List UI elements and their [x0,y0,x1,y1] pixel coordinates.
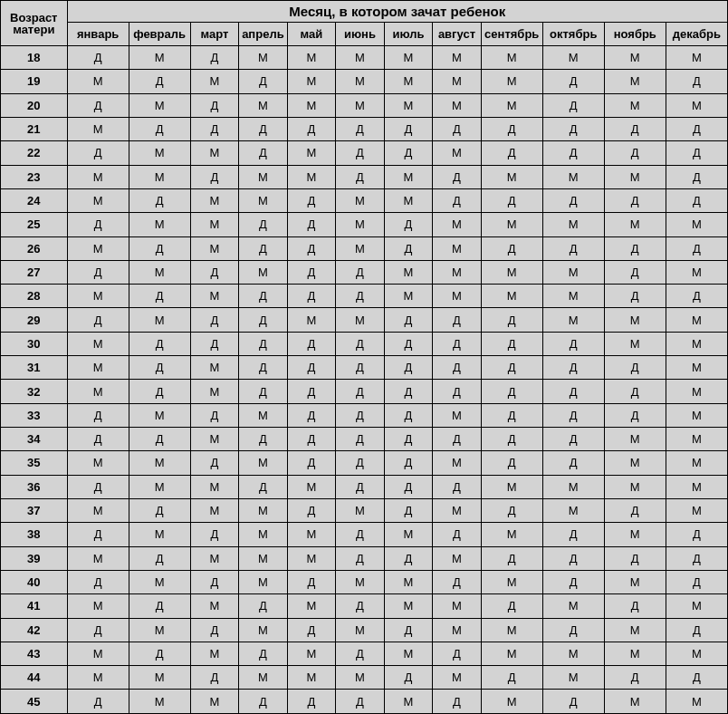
header-month-6: июль [384,23,433,46]
value-cell: Д [336,546,385,570]
value-cell: М [604,428,666,451]
value-cell: Д [287,618,336,642]
value-cell: М [604,475,666,498]
value-cell: М [481,690,542,714]
value-cell: М [666,380,727,403]
value-cell: М [481,165,542,188]
value-cell: М [666,498,727,522]
age-cell: 39 [1,546,68,570]
header-month-0: январь [67,23,129,46]
value-cell: М [666,475,727,498]
value-cell: Д [239,690,288,714]
age-cell: 29 [1,308,68,332]
value-cell: М [481,260,542,284]
value-cell: Д [129,236,190,260]
age-cell: 27 [1,260,68,284]
value-cell: Д [666,666,727,690]
value-cell: Д [384,332,433,355]
value-cell: Д [604,380,666,403]
value-cell: Д [129,70,190,93]
value-cell: М [666,642,727,665]
value-cell: Д [542,690,604,714]
value-cell: Д [129,117,190,140]
value-cell: Д [239,642,288,665]
value-cell: Д [604,403,666,427]
value-cell: М [190,188,239,212]
table-row: 18ДМДМММММММММ [1,46,728,70]
value-cell: М [287,642,336,665]
value-cell: М [433,285,482,308]
value-cell: Д [239,70,288,93]
value-cell: М [481,285,542,308]
table-row: 19МДМДМММММДМД [1,70,728,93]
value-cell: Д [287,498,336,522]
header-month-2: март [190,23,239,46]
value-cell: Д [67,690,129,714]
value-cell: Д [481,188,542,212]
value-cell: М [384,93,433,117]
age-cell: 23 [1,165,68,188]
value-cell: М [129,93,190,117]
value-cell: М [666,93,727,117]
value-cell: М [67,666,129,690]
value-cell: М [481,642,542,665]
value-cell: М [542,594,604,618]
value-cell: Д [666,141,727,165]
value-cell: М [129,618,190,642]
header-month-3: апрель [239,23,288,46]
value-cell: М [190,690,239,714]
age-cell: 21 [1,117,68,140]
value-cell: Д [542,117,604,140]
value-cell: М [239,403,288,427]
value-cell: Д [336,165,385,188]
age-cell: 41 [1,594,68,618]
value-cell: М [67,642,129,665]
value-cell: Д [384,380,433,403]
value-cell: Д [287,356,336,380]
value-cell: Д [129,428,190,451]
value-cell: Д [384,428,433,451]
value-cell: М [129,308,190,332]
value-cell: Д [481,428,542,451]
value-cell: М [433,213,482,236]
value-cell: М [384,165,433,188]
age-cell: 36 [1,475,68,498]
value-cell: Д [190,523,239,546]
value-cell: Д [67,403,129,427]
value-cell: М [433,260,482,284]
value-cell: Д [481,498,542,522]
value-cell: Д [666,188,727,212]
value-cell: Д [433,428,482,451]
value-cell: М [129,403,190,427]
value-cell: Д [666,523,727,546]
value-cell: Д [384,498,433,522]
value-cell: М [604,642,666,665]
value-cell: Д [67,46,129,70]
value-cell: М [129,523,190,546]
value-cell: Д [336,523,385,546]
value-cell: Д [542,428,604,451]
age-cell: 43 [1,642,68,665]
age-cell: 31 [1,356,68,380]
value-cell: М [604,308,666,332]
value-cell: Д [604,498,666,522]
value-cell: М [190,356,239,380]
table-row: 32МДМДДДДДДДДМ [1,380,728,403]
value-cell: М [190,70,239,93]
value-cell: М [67,451,129,475]
value-cell: Д [542,546,604,570]
value-cell: М [604,70,666,93]
header-months: Месяц, в котором зачат ребенок [67,1,727,23]
value-cell: М [336,666,385,690]
value-cell: Д [67,93,129,117]
value-cell: М [542,213,604,236]
value-cell: М [287,70,336,93]
value-cell: Д [336,690,385,714]
value-cell: Д [239,285,288,308]
value-cell: Д [129,594,190,618]
value-cell: М [481,475,542,498]
table-row: 22ДММДМДДМДДДД [1,141,728,165]
value-cell: М [239,46,288,70]
age-cell: 18 [1,46,68,70]
value-cell: М [336,618,385,642]
